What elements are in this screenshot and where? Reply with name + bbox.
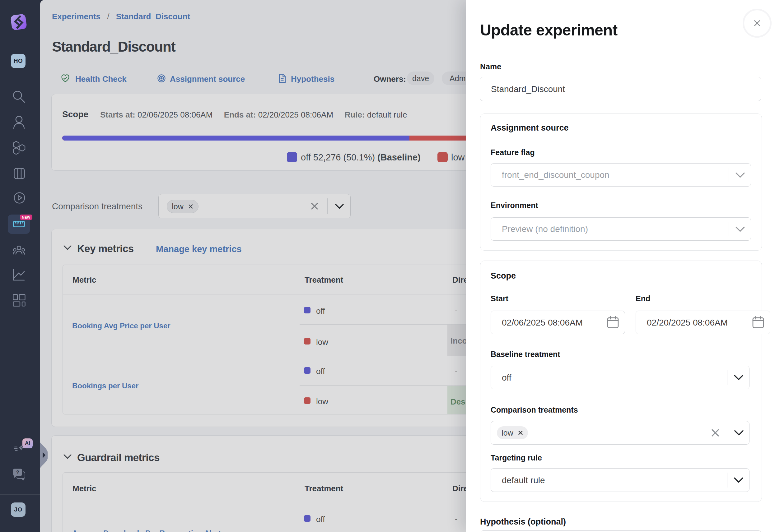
svg-text:?: ?: [16, 470, 19, 475]
